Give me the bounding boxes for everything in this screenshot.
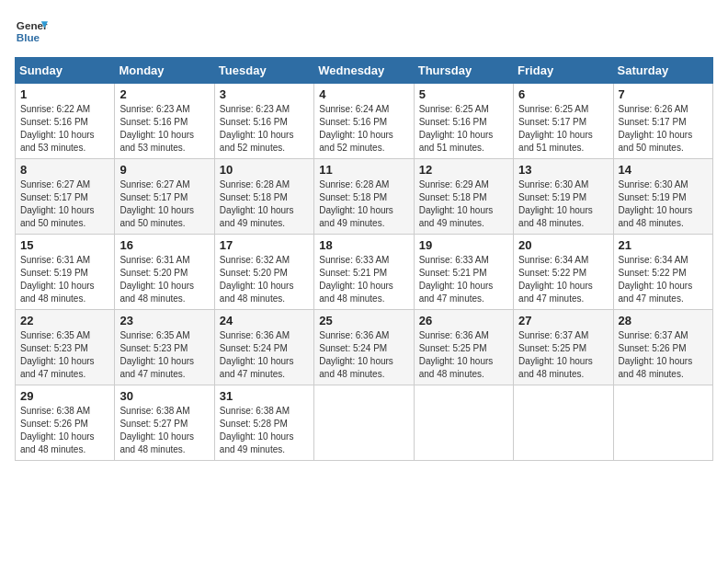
- day-number: 17: [220, 238, 309, 252]
- day-number: 13: [518, 163, 608, 177]
- day-detail: Sunrise: 6:36 AMSunset: 5:24 PMDaylight:…: [220, 330, 294, 379]
- day-detail: Sunrise: 6:33 AMSunset: 5:21 PMDaylight:…: [319, 255, 393, 304]
- day-detail: Sunrise: 6:28 AMSunset: 5:18 PMDaylight:…: [220, 179, 294, 228]
- day-cell: 3Sunrise: 6:23 AMSunset: 5:16 PMDaylight…: [214, 84, 313, 159]
- day-cell: 10Sunrise: 6:28 AMSunset: 5:18 PMDayligh…: [214, 159, 313, 235]
- day-cell: 15Sunrise: 6:31 AMSunset: 5:19 PMDayligh…: [16, 235, 115, 310]
- day-detail: Sunrise: 6:34 AMSunset: 5:22 PMDaylight:…: [619, 255, 693, 304]
- day-number: 6: [518, 87, 608, 101]
- day-cell: 11Sunrise: 6:28 AMSunset: 5:18 PMDayligh…: [314, 159, 414, 235]
- day-detail: Sunrise: 6:32 AMSunset: 5:20 PMDaylight:…: [220, 255, 294, 304]
- week-row-3: 15Sunrise: 6:31 AMSunset: 5:19 PMDayligh…: [16, 235, 713, 310]
- col-header-tuesday: Tuesday: [214, 58, 313, 84]
- day-cell: [414, 385, 513, 461]
- day-number: 26: [419, 314, 508, 327]
- day-cell: 27Sunrise: 6:37 AMSunset: 5:25 PMDayligh…: [514, 310, 613, 385]
- day-detail: Sunrise: 6:34 AMSunset: 5:22 PMDaylight:…: [518, 255, 593, 304]
- day-number: 9: [119, 163, 209, 177]
- col-header-monday: Monday: [115, 58, 214, 84]
- day-cell: 23Sunrise: 6:35 AMSunset: 5:23 PMDayligh…: [115, 310, 214, 385]
- day-number: 25: [319, 314, 408, 327]
- calendar-table: SundayMondayTuesdayWednesdayThursdayFrid…: [15, 57, 713, 461]
- day-detail: Sunrise: 6:25 AMSunset: 5:16 PMDaylight:…: [419, 104, 494, 153]
- day-number: 8: [20, 163, 109, 177]
- day-number: 4: [319, 87, 408, 101]
- day-cell: 21Sunrise: 6:34 AMSunset: 5:22 PMDayligh…: [613, 235, 712, 310]
- logo: General Blue: [15, 15, 48, 48]
- day-number: 27: [518, 314, 608, 327]
- day-number: 2: [119, 87, 209, 101]
- day-cell: 24Sunrise: 6:36 AMSunset: 5:24 PMDayligh…: [214, 310, 313, 385]
- svg-text:Blue: Blue: [17, 31, 40, 43]
- day-detail: Sunrise: 6:22 AMSunset: 5:16 PMDaylight:…: [20, 104, 95, 153]
- day-number: 3: [220, 87, 309, 101]
- day-detail: Sunrise: 6:27 AMSunset: 5:17 PMDaylight:…: [20, 179, 95, 228]
- day-cell: 18Sunrise: 6:33 AMSunset: 5:21 PMDayligh…: [314, 235, 414, 310]
- day-detail: Sunrise: 6:23 AMSunset: 5:16 PMDaylight:…: [220, 104, 294, 153]
- day-cell: [314, 385, 414, 461]
- day-cell: 8Sunrise: 6:27 AMSunset: 5:17 PMDaylight…: [16, 159, 115, 235]
- day-cell: 1Sunrise: 6:22 AMSunset: 5:16 PMDaylight…: [16, 84, 115, 159]
- day-cell: 19Sunrise: 6:33 AMSunset: 5:21 PMDayligh…: [414, 235, 513, 310]
- day-number: 10: [220, 163, 309, 177]
- day-detail: Sunrise: 6:30 AMSunset: 5:19 PMDaylight:…: [518, 179, 593, 228]
- day-detail: Sunrise: 6:35 AMSunset: 5:23 PMDaylight:…: [20, 330, 95, 379]
- day-number: 7: [619, 87, 708, 101]
- day-detail: Sunrise: 6:27 AMSunset: 5:17 PMDaylight:…: [119, 179, 194, 228]
- day-number: 23: [119, 314, 209, 327]
- day-number: 22: [20, 314, 109, 327]
- day-number: 16: [119, 238, 209, 252]
- day-cell: 25Sunrise: 6:36 AMSunset: 5:24 PMDayligh…: [314, 310, 414, 385]
- day-detail: Sunrise: 6:35 AMSunset: 5:23 PMDaylight:…: [119, 330, 194, 379]
- day-detail: Sunrise: 6:26 AMSunset: 5:17 PMDaylight:…: [619, 104, 693, 153]
- day-detail: Sunrise: 6:31 AMSunset: 5:19 PMDaylight:…: [20, 255, 95, 304]
- day-cell: 31Sunrise: 6:38 AMSunset: 5:28 PMDayligh…: [214, 385, 313, 461]
- day-detail: Sunrise: 6:36 AMSunset: 5:24 PMDaylight:…: [319, 330, 393, 379]
- day-cell: 26Sunrise: 6:36 AMSunset: 5:25 PMDayligh…: [414, 310, 513, 385]
- day-detail: Sunrise: 6:38 AMSunset: 5:28 PMDaylight:…: [220, 406, 294, 454]
- day-cell: 6Sunrise: 6:25 AMSunset: 5:17 PMDaylight…: [514, 84, 613, 159]
- day-number: 30: [119, 389, 209, 403]
- day-number: 5: [419, 87, 508, 101]
- day-detail: Sunrise: 6:31 AMSunset: 5:20 PMDaylight:…: [119, 255, 194, 304]
- day-number: 28: [619, 314, 708, 327]
- col-header-wednesday: Wednesday: [314, 58, 414, 84]
- day-detail: Sunrise: 6:37 AMSunset: 5:26 PMDaylight:…: [619, 330, 693, 379]
- day-cell: 12Sunrise: 6:29 AMSunset: 5:18 PMDayligh…: [414, 159, 513, 235]
- day-detail: Sunrise: 6:37 AMSunset: 5:25 PMDaylight:…: [518, 330, 593, 379]
- day-cell: 7Sunrise: 6:26 AMSunset: 5:17 PMDaylight…: [613, 84, 712, 159]
- day-detail: Sunrise: 6:36 AMSunset: 5:25 PMDaylight:…: [419, 330, 494, 379]
- col-header-thursday: Thursday: [414, 58, 513, 84]
- day-cell: 16Sunrise: 6:31 AMSunset: 5:20 PMDayligh…: [115, 235, 214, 310]
- day-cell: 28Sunrise: 6:37 AMSunset: 5:26 PMDayligh…: [613, 310, 712, 385]
- day-cell: 30Sunrise: 6:38 AMSunset: 5:27 PMDayligh…: [115, 385, 214, 461]
- day-cell: 22Sunrise: 6:35 AMSunset: 5:23 PMDayligh…: [16, 310, 115, 385]
- day-number: 12: [419, 163, 508, 177]
- day-cell: 29Sunrise: 6:38 AMSunset: 5:26 PMDayligh…: [16, 385, 115, 461]
- col-header-friday: Friday: [514, 58, 613, 84]
- day-cell: 5Sunrise: 6:25 AMSunset: 5:16 PMDaylight…: [414, 84, 513, 159]
- day-detail: Sunrise: 6:38 AMSunset: 5:27 PMDaylight:…: [119, 406, 194, 454]
- day-cell: 20Sunrise: 6:34 AMSunset: 5:22 PMDayligh…: [514, 235, 613, 310]
- day-number: 20: [518, 238, 608, 252]
- col-header-saturday: Saturday: [613, 58, 712, 84]
- header: General Blue: [15, 15, 713, 48]
- day-cell: 9Sunrise: 6:27 AMSunset: 5:17 PMDaylight…: [115, 159, 214, 235]
- day-detail: Sunrise: 6:30 AMSunset: 5:19 PMDaylight:…: [619, 179, 693, 228]
- day-detail: Sunrise: 6:33 AMSunset: 5:21 PMDaylight:…: [419, 255, 494, 304]
- col-header-sunday: Sunday: [16, 58, 115, 84]
- day-detail: Sunrise: 6:28 AMSunset: 5:18 PMDaylight:…: [319, 179, 393, 228]
- week-row-2: 8Sunrise: 6:27 AMSunset: 5:17 PMDaylight…: [16, 159, 713, 235]
- day-number: 14: [619, 163, 708, 177]
- day-detail: Sunrise: 6:25 AMSunset: 5:17 PMDaylight:…: [518, 104, 593, 153]
- day-cell: [514, 385, 613, 461]
- day-cell: 17Sunrise: 6:32 AMSunset: 5:20 PMDayligh…: [214, 235, 313, 310]
- day-number: 1: [20, 87, 109, 101]
- day-detail: Sunrise: 6:24 AMSunset: 5:16 PMDaylight:…: [319, 104, 393, 153]
- day-cell: 2Sunrise: 6:23 AMSunset: 5:16 PMDaylight…: [115, 84, 214, 159]
- logo-icon: General Blue: [15, 15, 48, 48]
- day-cell: 4Sunrise: 6:24 AMSunset: 5:16 PMDaylight…: [314, 84, 414, 159]
- week-row-1: 1Sunrise: 6:22 AMSunset: 5:16 PMDaylight…: [16, 84, 713, 159]
- day-detail: Sunrise: 6:38 AMSunset: 5:26 PMDaylight:…: [20, 406, 95, 454]
- day-number: 18: [319, 238, 408, 252]
